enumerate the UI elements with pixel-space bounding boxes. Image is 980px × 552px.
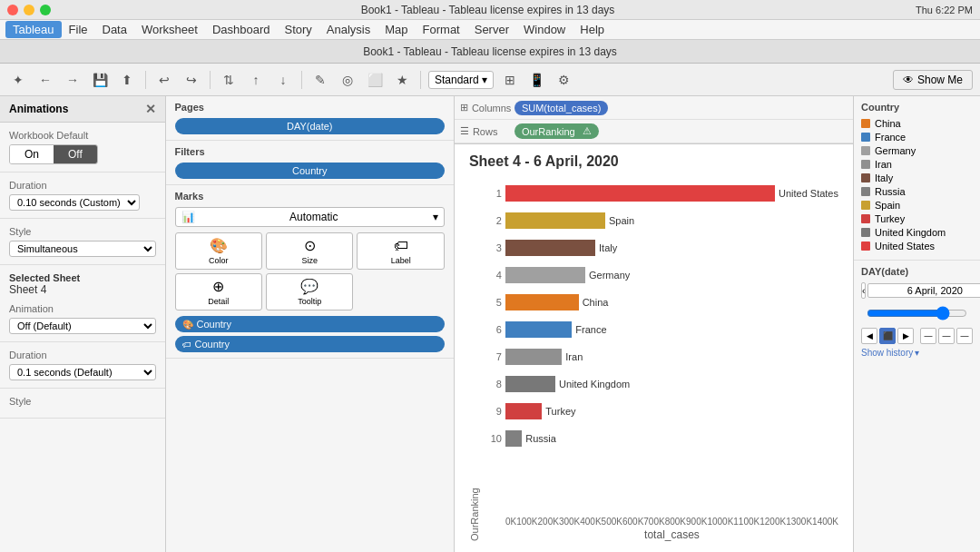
- animations-close-button[interactable]: ✕: [145, 102, 156, 116]
- tooltip-button[interactable]: 💬 Tooltip: [266, 273, 353, 310]
- bar-wrapper[interactable]: United States: [505, 184, 838, 202]
- show-history-button[interactable]: Show history ▾: [861, 348, 973, 358]
- legend-item[interactable]: Turkey: [861, 213, 973, 224]
- toolbar-tooltip[interactable]: ◎: [337, 69, 358, 91]
- bar-wrapper[interactable]: Turkey: [505, 402, 838, 420]
- detail-button[interactable]: ⊕ Detail: [175, 273, 262, 310]
- mac-close-button[interactable]: [7, 5, 18, 15]
- country-pill-color[interactable]: 🎨 Country: [175, 316, 445, 332]
- legend-item[interactable]: France: [861, 132, 973, 143]
- menu-window[interactable]: Window: [516, 21, 573, 38]
- bar-wrapper[interactable]: Spain: [505, 212, 838, 230]
- toolbar-share[interactable]: ⚙: [554, 69, 575, 91]
- legend-item[interactable]: Germany: [861, 145, 973, 156]
- mac-minimize-button[interactable]: [24, 5, 34, 15]
- legend-color-swatch: [861, 119, 870, 128]
- country-pill-tooltip[interactable]: 🏷 Country: [175, 336, 445, 352]
- bar-country-label: United Kingdom: [559, 379, 630, 389]
- toolbar-sort-desc[interactable]: ↓: [272, 69, 294, 91]
- country-color-icon: 🎨: [182, 320, 193, 330]
- columns-pill[interactable]: SUM(total_cases): [514, 101, 608, 115]
- legend-item[interactable]: Italy: [861, 172, 973, 183]
- play-stop-button[interactable]: ⬛: [879, 328, 896, 344]
- menu-dashboard[interactable]: Dashboard: [205, 21, 278, 38]
- bar-fill: [505, 240, 595, 256]
- menu-format[interactable]: Format: [416, 21, 467, 38]
- toolbar-highlight[interactable]: ✎: [309, 69, 331, 91]
- menu-server[interactable]: Server: [467, 21, 516, 38]
- toolbar-device[interactable]: 📱: [526, 69, 548, 91]
- bar-row: 1United States: [484, 181, 838, 206]
- duration-select[interactable]: 0.10 seconds (Custom): [9, 194, 140, 211]
- bar-wrapper[interactable]: United Kingdom: [505, 375, 838, 393]
- speed-slow-button[interactable]: —: [920, 328, 936, 344]
- legend-item[interactable]: Iran: [861, 159, 973, 170]
- bar-country-label: Spain: [609, 215, 634, 226]
- off-button[interactable]: Off: [54, 145, 97, 163]
- day-slider[interactable]: [867, 306, 967, 320]
- toolbar-redo[interactable]: ↪: [181, 69, 202, 91]
- toolbar-swap[interactable]: ⇅: [218, 69, 240, 91]
- toolbar-star[interactable]: ★: [391, 69, 413, 91]
- bar-chart: 1United States2Spain3Italy4Germany5China…: [484, 181, 838, 515]
- menu-analysis[interactable]: Analysis: [319, 21, 377, 38]
- toolbar-forward[interactable]: →: [62, 69, 83, 91]
- view-type-dropdown[interactable]: Standard ▾: [428, 71, 494, 89]
- sheet-name: Sheet 4: [9, 283, 156, 296]
- legend-item[interactable]: China: [861, 118, 973, 129]
- style-select[interactable]: Simultaneous: [9, 241, 156, 257]
- size-label: Size: [301, 256, 318, 265]
- legend-item[interactable]: United Kingdom: [861, 227, 973, 238]
- toolbar-undo[interactable]: ↩: [153, 69, 175, 91]
- on-button[interactable]: On: [10, 145, 54, 163]
- label-button[interactable]: 🏷 Label: [357, 232, 444, 270]
- play-forward-button[interactable]: ▶: [897, 328, 914, 344]
- menu-help[interactable]: Help: [573, 21, 612, 38]
- bar-wrapper[interactable]: Italy: [505, 239, 838, 257]
- chart-area: Sheet 4 - 6 April, 2020 OurRanking 1Unit…: [455, 144, 853, 552]
- menu-map[interactable]: Map: [377, 21, 415, 38]
- legend-item[interactable]: United States: [861, 241, 973, 251]
- toolbar-new-sheet[interactable]: ✦: [7, 69, 29, 91]
- toolbar-save[interactable]: 💾: [89, 69, 111, 91]
- toolbar-back[interactable]: ←: [34, 69, 56, 91]
- toolbar-fit[interactable]: ⊞: [499, 69, 521, 91]
- toolbar-sort-asc[interactable]: ↑: [245, 69, 267, 91]
- rows-pill[interactable]: OurRanking: [514, 123, 599, 139]
- speed-medium-button[interactable]: —: [938, 328, 955, 344]
- pages-pill[interactable]: DAY(date): [175, 118, 445, 134]
- bar-wrapper[interactable]: Russia: [505, 429, 838, 448]
- legend-item[interactable]: Spain: [861, 200, 973, 211]
- bar-fill: [505, 430, 522, 447]
- menu-story[interactable]: Story: [277, 21, 318, 38]
- speed-buttons: — — —: [920, 328, 973, 344]
- day-prev-button[interactable]: ‹: [861, 282, 866, 299]
- bar-wrapper[interactable]: China: [505, 293, 838, 311]
- filters-pill[interactable]: Country: [175, 163, 445, 179]
- menu-data[interactable]: Data: [95, 21, 134, 38]
- show-me-button[interactable]: 👁 Show Me: [893, 70, 973, 90]
- tab-title: Book1 - Tableau - Tableau license expire…: [363, 45, 617, 58]
- size-button[interactable]: ⊙ Size: [266, 232, 353, 270]
- menu-file[interactable]: File: [62, 21, 95, 38]
- duration-select-2[interactable]: 0.1 seconds (Default): [9, 364, 156, 380]
- menu-worksheet[interactable]: Worksheet: [134, 21, 205, 38]
- day-value-input[interactable]: [867, 283, 980, 298]
- play-back-button[interactable]: ◀: [861, 328, 877, 344]
- toolbar-fix[interactable]: ⬜: [364, 69, 386, 91]
- mac-maximize-button[interactable]: [40, 5, 51, 15]
- toolbar-publish[interactable]: ⬆: [116, 69, 138, 91]
- bar-row: 6France: [484, 317, 838, 342]
- bar-wrapper[interactable]: France: [505, 320, 838, 339]
- menu-tableau[interactable]: Tableau: [5, 21, 62, 38]
- animation-select[interactable]: Off (Default): [9, 318, 156, 334]
- chart-title: Sheet 4 - 6 April, 2020: [469, 153, 838, 170]
- bar-wrapper[interactable]: Iran: [505, 348, 838, 366]
- speed-fast-button[interactable]: —: [956, 328, 973, 344]
- label-icon: 🏷: [394, 238, 408, 254]
- marks-type-dropdown[interactable]: 📊 Automatic ▾: [175, 207, 445, 227]
- legend-item[interactable]: Russia: [861, 186, 973, 197]
- bar-wrapper[interactable]: Germany: [505, 266, 838, 284]
- color-button[interactable]: 🎨 Color: [175, 232, 262, 270]
- bar-row: 8United Kingdom: [484, 371, 838, 397]
